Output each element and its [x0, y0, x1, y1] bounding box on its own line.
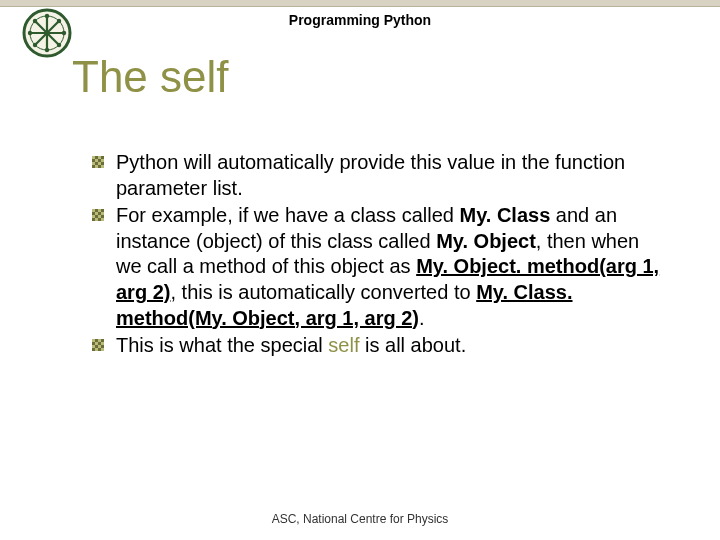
course-label: Programming Python — [0, 12, 720, 28]
top-bar — [0, 0, 720, 7]
b2-mid3: , this is automatically converted to — [170, 281, 476, 303]
b3-prefix: This is what the special — [116, 334, 328, 356]
svg-point-7 — [45, 48, 49, 52]
b3-suffix: is all about. — [359, 334, 466, 356]
bullet-1: Python will automatically provide this v… — [90, 150, 660, 201]
b2-end: . — [419, 307, 425, 329]
svg-point-13 — [57, 43, 61, 47]
b3-self: self — [328, 334, 359, 356]
b2-prefix: For example, if we have a class called — [116, 204, 460, 226]
svg-point-8 — [28, 31, 32, 35]
slide: Programming Python The self Python will … — [0, 0, 720, 540]
footer-text: ASC, National Centre for Physics — [0, 512, 720, 526]
bullet-1-text: Python will automatically provide this v… — [116, 151, 625, 199]
b2-class: My. Class — [460, 204, 551, 226]
svg-point-14 — [44, 30, 49, 35]
bullet-2: For example, if we have a class called M… — [90, 203, 660, 331]
bullet-3: This is what the special self is all abo… — [90, 333, 660, 359]
svg-point-12 — [33, 43, 37, 47]
b2-obj: My. Object — [436, 230, 536, 252]
body-content: Python will automatically provide this v… — [90, 150, 660, 361]
svg-point-9 — [62, 31, 66, 35]
slide-title: The self — [72, 52, 229, 102]
